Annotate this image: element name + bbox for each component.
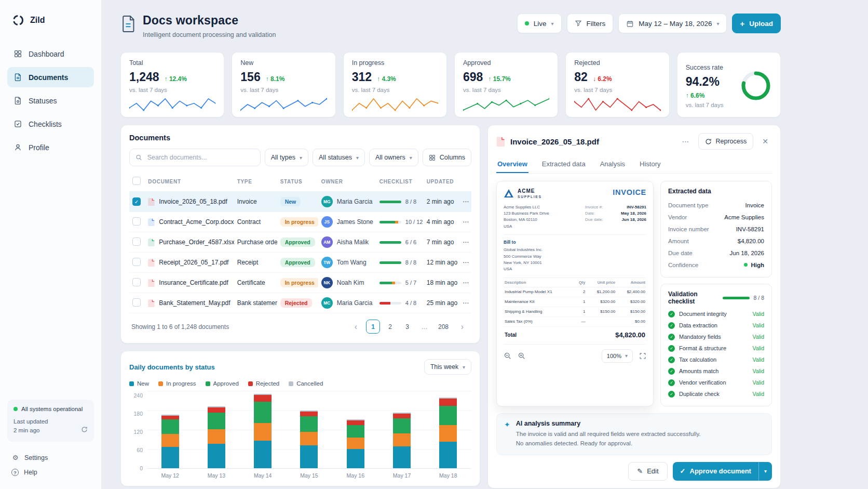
updated-time: 7 min ago [424, 232, 459, 253]
legend-label: In progress [166, 380, 196, 387]
zoom-out-button[interactable] [504, 352, 511, 360]
more-options-button[interactable]: ⋯ [679, 136, 693, 147]
column-header-owner[interactable]: OWNER [318, 171, 376, 192]
row-menu-button[interactable]: ⋯ [459, 253, 471, 273]
meta-value: May 18, 2026 [621, 210, 646, 217]
select-all-checkbox[interactable] [132, 177, 141, 185]
updated-time: 4 min ago [424, 212, 459, 232]
stat-label: In progress [352, 59, 438, 67]
page-button[interactable]: 2 [383, 320, 397, 334]
sparkline-chart [463, 97, 549, 112]
reprocess-button[interactable]: Reprocess [698, 133, 754, 150]
help-link[interactable]: ? Help [10, 465, 91, 480]
upload-button[interactable]: + Upload [732, 14, 781, 33]
invoice-meta-row: Due date: Jun 18, 2026 [585, 217, 646, 223]
row-checkbox[interactable] [132, 278, 141, 286]
row-menu-button[interactable]: ⋯ [459, 293, 471, 313]
checklist-item: ✓ Amounts match Valid [668, 365, 764, 377]
checklist-item: ✓ Duplicate check Valid [668, 388, 764, 400]
delta-arrow-icon: ↑ [686, 92, 689, 99]
page-button[interactable]: 1 [366, 320, 380, 334]
column-header-checklist[interactable]: CHECKLIST [376, 171, 424, 192]
filter-icon [575, 20, 582, 27]
tab-overview[interactable]: Overview [496, 156, 528, 173]
sidebar-item-statuses[interactable]: Statuses [7, 90, 94, 111]
bar-segment-in-progress [439, 425, 457, 441]
row-menu-button[interactable]: ⋯ [459, 192, 471, 212]
edit-button[interactable]: ✎ Edit [628, 462, 667, 481]
stat-label: Success rate [686, 64, 735, 71]
gear-icon: ⚙ [11, 454, 19, 461]
refresh-icon[interactable] [81, 426, 88, 435]
zoom-level-select[interactable]: 100% ▾ [602, 349, 633, 363]
file-icon [148, 299, 155, 307]
row-checkbox[interactable] [132, 237, 141, 246]
page-button[interactable]: 3 [400, 320, 414, 334]
column-header-document[interactable]: DOCUMENT [145, 171, 234, 192]
tab-history[interactable]: History [639, 156, 661, 173]
row-checkbox[interactable] [132, 298, 141, 307]
checklist-item-label: Document integrity [679, 311, 727, 317]
checklist-count: 5 / 7 [405, 280, 416, 286]
owner-filter-select[interactable]: All owners ▾ [369, 149, 418, 166]
stat-value: 698 [463, 70, 483, 84]
type-filter-select[interactable]: All types ▾ [265, 149, 308, 166]
row-checkbox[interactable]: ✓ [132, 197, 141, 206]
bar-column [345, 391, 366, 468]
sidebar-item-profile[interactable]: Profile [7, 137, 94, 157]
field-label: Due date [668, 250, 693, 256]
tab-extracted-data[interactable]: Extracted data [541, 156, 587, 173]
row-checkbox[interactable] [132, 258, 141, 266]
columns-grid-icon [429, 154, 436, 161]
table-row[interactable]: Contract_Acme_Corp.docx Contract In prog… [129, 212, 471, 232]
page-button[interactable]: 208 [435, 320, 452, 334]
documents-panel: Documents All types ▾ All stat [120, 125, 480, 343]
checklist-progress-bar [379, 201, 401, 203]
document-name: Receipt_2026_05_17.pdf [159, 259, 228, 266]
search-input[interactable] [146, 153, 254, 162]
field-value: Acme Supplies [724, 214, 764, 220]
column-header-type[interactable]: TYPE [234, 171, 277, 192]
column-header-updated[interactable]: UPDATED [424, 171, 459, 192]
table-row[interactable]: Bank_Statement_May.pdf Bank statement Re… [129, 293, 471, 313]
document-type: Invoice [234, 192, 277, 212]
next-page-button[interactable]: › [455, 320, 469, 334]
fullscreen-button[interactable] [639, 352, 646, 360]
document-type: Receipt [234, 253, 277, 273]
chart-range-value: This week [430, 363, 458, 371]
table-row[interactable]: Receipt_2026_05_17.pdf Receipt Approved … [129, 253, 471, 273]
x-axis-label: May 14 [252, 472, 273, 479]
row-menu-button[interactable]: ⋯ [459, 273, 471, 293]
live-toggle[interactable]: Live ▾ [517, 14, 562, 33]
approve-document-button[interactable]: ✓ Approve document [673, 462, 758, 481]
filters-button[interactable]: Filters [567, 14, 614, 33]
prev-page-button[interactable]: ‹ [349, 320, 363, 334]
documents-panel-title: Documents [129, 134, 471, 142]
table-row[interactable]: Insurance_Certificate.pdf Certificate In… [129, 273, 471, 293]
legend-swatch [206, 381, 210, 386]
tab-analysis[interactable]: Analysis [599, 156, 626, 173]
approve-options-button[interactable]: ▾ [758, 462, 772, 481]
close-button[interactable]: ✕ [758, 136, 772, 147]
table-row[interactable]: Purchase_Order_4587.xlsx Purchase order … [129, 232, 471, 253]
invoice-line-item: Maintenance Kit 1 $320.00 $320.00 [504, 297, 646, 307]
column-header-status[interactable]: STATUS [277, 171, 318, 192]
ai-summary-line1: The invoice is valid and all required fi… [516, 430, 701, 439]
settings-link[interactable]: ⚙ Settings [10, 450, 91, 465]
columns-button[interactable]: Columns [423, 149, 471, 166]
row-menu-button[interactable]: ⋯ [459, 232, 471, 253]
invoice-meta-row: Date: May 18, 2026 [585, 210, 646, 217]
row-checkbox[interactable] [132, 217, 141, 226]
sidebar-item-documents[interactable]: Documents [7, 67, 94, 87]
sidebar-item-checklists[interactable]: Checklists [7, 114, 94, 134]
table-row[interactable]: ✓ Invoice_2026_05_18.pdf Invoice New MGM… [129, 192, 471, 212]
items-header-description: Description [504, 277, 571, 287]
check-circle-icon: ✓ [668, 356, 675, 363]
sidebar-item-dashboard[interactable]: Dashboard [7, 44, 94, 64]
chart-range-select[interactable]: This week ▾ [424, 359, 471, 375]
date-range-picker[interactable]: May 12 – May 18, 2026 ▾ [618, 14, 727, 33]
zoom-in-button[interactable] [518, 352, 525, 360]
row-menu-button[interactable]: ⋯ [459, 212, 471, 232]
status-filter-select[interactable]: All statuses ▾ [313, 149, 365, 166]
item-description: Maintenance Kit [504, 297, 571, 307]
